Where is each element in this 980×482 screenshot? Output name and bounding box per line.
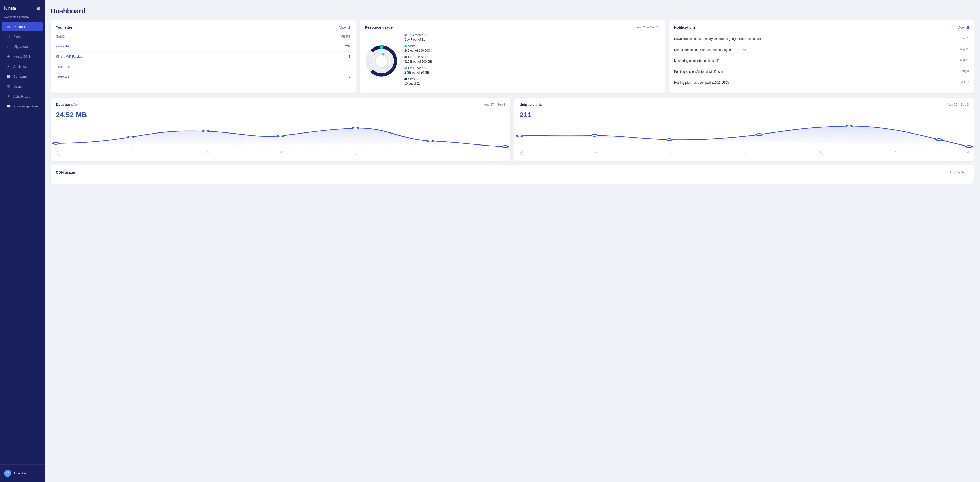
x-label: 31	[744, 151, 747, 156]
sidebar-item-migrations[interactable]: ⇄ Migrations	[2, 41, 43, 51]
donut-container: This month ⓘ Day 7 out of 31 Visits ⓘ 24…	[365, 33, 660, 88]
sidebar-item-label: Knowledge Base	[13, 104, 38, 108]
cdn-usage-card: CDN usage Aug 4 – Sep...	[51, 165, 974, 184]
stat-info-icon[interactable]: ⓘ	[425, 66, 427, 70]
data-transfer-chart	[56, 123, 505, 149]
this-month-stat: This month ⓘ Day 7 out of 31	[404, 33, 660, 41]
stat-value: 526 B out of 200 GB	[404, 60, 660, 63]
svg-point-10	[128, 136, 134, 138]
your-sites-title: Your sites	[56, 25, 73, 29]
stat-label-text: Sites	[408, 77, 415, 81]
sidebar-header: k insta 🔔	[0, 0, 45, 15]
x-label: 31	[280, 151, 283, 156]
sidebar-item-label: Kinsta DNS	[13, 55, 30, 59]
sidebar-item-sites[interactable]: ◻ Sites	[2, 32, 43, 41]
unique-visits-svg	[520, 123, 969, 149]
svg-point-8	[380, 45, 383, 49]
data-transfer-value: 24.52 MB	[56, 111, 505, 119]
stat-info-icon[interactable]: ⓘ	[416, 77, 419, 81]
notification-item: Pointing successful for kinstalife.com A…	[674, 66, 969, 77]
notifications-title: Notifications	[674, 25, 696, 29]
notification-date: Jul 27	[959, 80, 969, 85]
stat-dot	[404, 67, 407, 70]
table-row: kinstaw3 2	[56, 72, 351, 82]
notification-item: Monitoring completed on kinstalife Aug 1…	[674, 56, 969, 66]
table-row: kinstalife 232	[56, 41, 351, 52]
resource-usage-header: Resource usage Aug 27 – Sep 27	[365, 25, 660, 29]
unique-visits-value: 211	[520, 111, 969, 119]
sidebar-item-label: Company	[13, 75, 27, 78]
svg-point-19	[756, 134, 762, 135]
x-label: 2	[431, 151, 432, 156]
stat-label-text: Visits	[408, 45, 415, 48]
stat-info-icon[interactable]: ⓘ	[417, 45, 419, 48]
notifications-list: Downloadable backup ready for cdntest-go…	[674, 33, 969, 88]
stat-info-icon[interactable]: ⓘ	[425, 56, 428, 59]
svg-point-22	[966, 146, 972, 148]
company-name: Awesome Company ▾	[0, 15, 45, 21]
notification-text: Hosting plan has been paid (190.5 USD)	[674, 80, 956, 85]
site-link[interactable]: kinstalife	[56, 45, 69, 48]
site-link[interactable]: kinstaw3	[56, 75, 69, 79]
notification-text: Default version of PHP has been changed …	[674, 48, 956, 52]
user-row[interactable]: JD John Doe ▴	[2, 468, 43, 479]
notification-date: Sep 1	[959, 37, 969, 41]
table-header: NAME VISITS	[56, 33, 351, 40]
svg-point-4	[375, 54, 388, 68]
x-label: 3	[967, 151, 969, 156]
cdn-usage-date: Aug 4 – Sep...	[950, 170, 969, 174]
stat-item: Disk usage ⓘ 2 GB out of 30 GB	[404, 66, 660, 74]
sidebar-item-analytics[interactable]: ↗ Analytics	[2, 62, 43, 71]
sidebar-item-knowledge-base[interactable]: 📖 Knowledge Base	[2, 101, 43, 111]
x-label: 28Aug	[520, 151, 524, 156]
unique-visits-title: Unique visits	[520, 103, 542, 107]
site-link[interactable]: Kinsta WP Rocket	[56, 55, 83, 59]
data-transfer-date: Aug 27 – Sep 3	[484, 103, 505, 107]
site-visits: 232	[345, 45, 351, 48]
notifications-view-all[interactable]: View all	[957, 25, 969, 29]
data-transfer-x-axis: 28Aug2930311Sep23	[56, 151, 505, 156]
col-name-header: NAME	[56, 35, 65, 38]
main-content: Dashboard Your sites View all NAME VISIT…	[45, 0, 980, 482]
kinsta-logo: k insta	[4, 5, 24, 12]
notification-text: Pointing successful for kinstalife.com	[674, 70, 956, 74]
this-month-dot	[404, 34, 407, 37]
unique-visits-x-axis: 28Aug2930311Sep23	[520, 151, 969, 156]
your-sites-view-all[interactable]: View all	[339, 25, 351, 29]
table-row: Kinsta WP Rocket 3	[56, 52, 351, 62]
bell-icon[interactable]: 🔔	[36, 6, 41, 11]
migrations-icon: ⇄	[6, 45, 11, 49]
svg-point-13	[352, 127, 358, 129]
col-visits-header: VISITS	[341, 35, 351, 38]
knowledge-base-icon: 📖	[6, 104, 11, 108]
sidebar-item-kinsta-dns[interactable]: ◈ Kinsta DNS	[2, 52, 43, 61]
notification-date: Aug 11	[959, 48, 969, 52]
notification-item: Default version of PHP has been changed …	[674, 45, 969, 56]
stat-value: 242 out of 100,000	[404, 49, 660, 52]
site-link[interactable]: kinstaperf	[56, 65, 70, 69]
sidebar-item-company[interactable]: 🏢 Company	[2, 72, 43, 81]
data-transfer-title: Data transfer	[56, 103, 78, 107]
sidebar-item-dashboard[interactable]: ⊞ Dashboard	[2, 22, 43, 32]
kinsta-dns-icon: ◈	[6, 54, 11, 59]
resource-usage-card: Resource usage Aug 27 – Sep 27	[360, 20, 665, 94]
sidebar-item-activity-log[interactable]: ≡ Activity Log	[2, 91, 43, 101]
unique-visits-card: Unique visits Aug 27 – Sep 3 211	[514, 97, 974, 161]
svg-point-14	[427, 140, 433, 142]
stat-value: 15 out of 20	[404, 82, 660, 85]
unique-visits-date: Aug 27 – Sep 3	[948, 103, 969, 107]
notification-date: Aug 9	[959, 70, 969, 74]
notification-text: Downloadable backup ready for cdntest-go…	[674, 37, 956, 41]
x-label: 30	[670, 151, 673, 156]
stat-item: Sites ⓘ 15 out of 20	[404, 77, 660, 85]
cdn-usage-header: CDN usage Aug 4 – Sep...	[56, 170, 969, 174]
notification-item: Hosting plan has been paid (190.5 USD) J…	[674, 77, 969, 88]
resource-stats: This month ⓘ Day 7 out of 31 Visits ⓘ 24…	[404, 33, 660, 88]
x-label: 29	[132, 151, 135, 156]
notification-item: Downloadable backup ready for cdntest-go…	[674, 33, 969, 45]
svg-point-17	[591, 134, 597, 136]
sidebar-item-users[interactable]: 👤 Users	[2, 81, 43, 91]
svg-point-9	[53, 142, 59, 145]
this-month-info-icon[interactable]: ⓘ	[425, 33, 427, 37]
x-label: 30	[206, 151, 209, 156]
